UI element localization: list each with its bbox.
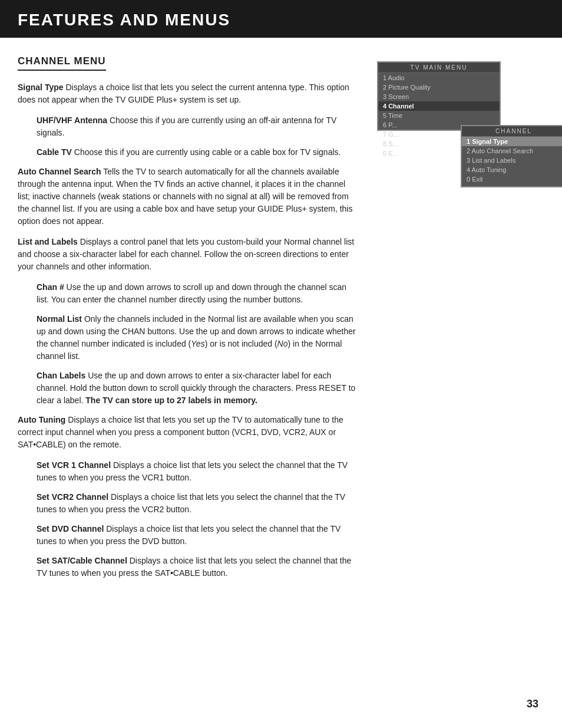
normal-list-term: Normal List [37,314,82,324]
list-and-labels-term: List and Labels [18,237,78,246]
uhf-vhf-block: UHF/VHF Antenna Choose this if you are c… [37,114,359,139]
cable-tv-term: Cable TV [37,147,72,157]
chan-hash-term: Chan # [37,282,64,292]
chan-hash-text: Use the up and down arrows to scroll up … [37,282,346,304]
chan-labels-bold: The TV can store up to 27 labels in memo… [85,396,257,405]
tv-menu-container: TV MAIN MENU 1 Audio 2 Picture Quality 3… [377,61,542,131]
list-and-labels-block: List and Labels Displays a control panel… [18,236,359,273]
page-number: 33 [527,698,538,710]
tv-main-menu: TV MAIN MENU 1 Audio 2 Picture Quality 3… [377,61,501,131]
set-dvd-block: Set DVD Channel Displays a choice list t… [37,523,359,548]
cable-tv-block: Cable TV Choose this if you are currentl… [37,146,359,159]
auto-tuning-text: Displays a choice list that lets you set… [18,415,343,449]
main-content: Channel Menu Signal Type Displays a choi… [0,55,562,610]
tv-menu-item-picture-quality: 2 Picture Quality [378,83,500,92]
auto-tuning-term: Auto Tuning [18,415,65,424]
set-sat-block: Set SAT/Cable Channel Displays a choice … [37,555,359,579]
chan-hash-block: Chan # Use the up and down arrows to scr… [37,281,359,306]
channel-menu-item-list-labels: 3 List and Labels [462,156,562,165]
signal-type-block: Signal Type Displays a choice list that … [18,81,359,106]
tv-menu-item-time: 5 Time [378,111,500,120]
page-title: Features and Menus [18,11,544,29]
chan-labels-term: Chan Labels [37,371,85,380]
page-header: Features and Menus [0,0,562,38]
signal-type-term: Signal Type [18,83,64,92]
normal-list-text: Only the channels included in the Normal… [37,314,356,361]
tv-main-menu-title: TV MAIN MENU [378,62,500,73]
section-title: Channel Menu [18,55,106,71]
set-vcr1-block: Set VCR 1 Channel Displays a choice list… [37,459,359,484]
chan-labels-block: Chan Labels Use the up and down arrows t… [37,370,359,407]
signal-type-text: Displays a choice list that lets you sel… [18,83,349,104]
tv-menu-item-screen: 3 Screen [378,92,500,101]
channel-submenu-title: CHANNEL [462,126,562,137]
uhf-vhf-term: UHF/VHF Antenna [37,116,107,125]
tv-menu-item-audio: 1 Audio [378,73,500,83]
set-vcr2-term: Set VCR2 Channel [37,492,108,502]
normal-list-block: Normal List Only the channels included i… [37,313,359,363]
set-sat-term: Set SAT/Cable Channel [37,556,127,565]
channel-menu-item-auto-tuning: 4 Auto Tuning [462,165,562,174]
channel-submenu: CHANNEL 1 Signal Type 2 Auto Channel Sea… [461,125,562,187]
auto-channel-search-term: Auto Channel Search [18,167,101,176]
channel-menu-item-auto-search: 2 Auto Channel Search [462,146,562,156]
channel-menu-item-signal-type: 1 Signal Type [462,137,562,146]
auto-tuning-block: Auto Tuning Displays a choice list that … [18,414,359,451]
set-vcr2-block: Set VCR2 Channel Displays a choice list … [37,491,359,516]
right-column: TV MAIN MENU 1 Audio 2 Picture Quality 3… [377,55,542,587]
set-dvd-term: Set DVD Channel [37,524,104,533]
channel-menu-item-exit: 0 Exit [462,174,562,184]
cable-tv-text: Choose this if you are currently using c… [74,147,341,157]
left-column: Channel Menu Signal Type Displays a choi… [18,55,359,587]
auto-channel-search-block: Auto Channel Search Tells the TV to sear… [18,166,359,228]
set-vcr1-term: Set VCR 1 Channel [37,460,111,470]
tv-menu-item-channel: 4 Channel [378,101,500,111]
